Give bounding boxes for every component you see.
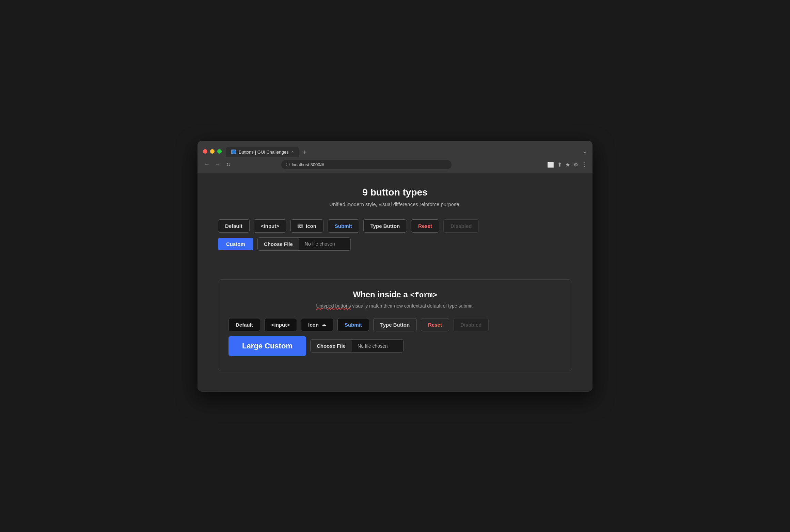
default-button[interactable]: Default — [218, 219, 250, 233]
tab-close-button[interactable]: × — [291, 150, 294, 154]
reset-button[interactable]: Reset — [411, 219, 439, 233]
form-button-row-1: Default <input> Icon ☁ Submit Type Butto… — [228, 318, 562, 331]
form-title-text: When inside a — [353, 290, 410, 299]
submit-button-label: Submit — [335, 223, 352, 229]
tab-title: Buttons | GUI Challenges — [239, 150, 288, 155]
form-choose-file-button[interactable]: Choose File — [311, 340, 352, 352]
envelope-icon — [298, 224, 303, 228]
icon-button[interactable]: Icon — [290, 219, 323, 233]
large-custom-label: Large Custom — [242, 342, 293, 350]
form-input-button[interactable]: <input> — [264, 318, 297, 331]
choose-file-button[interactable]: Choose File — [258, 238, 299, 250]
type-button[interactable]: Type Button — [363, 219, 407, 233]
type-button-label: Type Button — [370, 223, 400, 229]
form-reset-label: Reset — [428, 322, 442, 328]
reload-button[interactable]: ↻ — [225, 160, 232, 169]
button-row-1: Default <input> Icon Submit Type Button — [218, 219, 572, 233]
disabled-button-label: Disabled — [451, 223, 472, 229]
active-tab[interactable]: 🔵 Buttons | GUI Challenges × — [226, 147, 299, 157]
share-icon[interactable]: ⬆ — [557, 161, 562, 168]
form-input-label: <input> — [271, 322, 290, 328]
address-bar: ← → ↻ ⓘ localhost:3000/# ⬜ ⬆ ★ ⚙ ⋮ — [198, 157, 592, 173]
cloud-icon: ☁ — [321, 322, 326, 327]
large-custom-button[interactable]: Large Custom — [228, 336, 306, 356]
back-button[interactable]: ← — [203, 160, 211, 169]
url-text: localhost:3000/# — [292, 162, 324, 167]
form-type-button[interactable]: Type Button — [373, 318, 417, 331]
form-no-file-chosen-text: No file chosen — [352, 340, 403, 352]
form-section: When inside a <form> Untyped buttons vis… — [218, 279, 572, 371]
form-default-button[interactable]: Default — [228, 318, 260, 331]
input-button[interactable]: <input> — [254, 219, 286, 233]
tab-favicon: 🔵 — [231, 150, 236, 154]
address-field[interactable]: ⓘ localhost:3000/# — [281, 160, 452, 169]
form-default-label: Default — [236, 322, 253, 328]
disabled-button: Disabled — [443, 219, 479, 233]
close-button[interactable] — [203, 149, 207, 154]
form-icon-button[interactable]: Icon ☁ — [301, 318, 333, 331]
form-section-subtitle: Untyped buttons visually match their new… — [228, 303, 562, 309]
form-choose-file-label: Choose File — [317, 343, 346, 349]
reset-button-label: Reset — [418, 223, 432, 229]
form-subtitle-post: visually match their new contextual defa… — [351, 303, 474, 309]
extensions-icon[interactable]: ⚙ — [573, 161, 578, 168]
browser-chevron-icon: ⌄ — [583, 148, 587, 154]
form-file-input-wrapper[interactable]: Choose File No file chosen — [310, 339, 404, 353]
form-disabled-button: Disabled — [453, 318, 489, 331]
form-button-row-2: Large Custom Choose File No file chosen — [228, 336, 562, 356]
input-button-label: <input> — [261, 223, 279, 229]
page-main-subtitle: Unified modern style, visual differences… — [218, 201, 572, 207]
browser-window: 🔵 Buttons | GUI Challenges × + ⌄ ← → ↻ ⓘ… — [198, 141, 592, 392]
no-file-chosen-text: No file chosen — [299, 238, 350, 250]
form-submit-label: Submit — [345, 322, 362, 328]
file-input-wrapper[interactable]: Choose File No file chosen — [257, 237, 351, 251]
new-tab-button[interactable]: + — [299, 147, 310, 157]
form-submit-button[interactable]: Submit — [337, 318, 369, 331]
page-main-title: 9 button types — [218, 187, 572, 198]
button-row-2: Custom Choose File No file chosen — [218, 237, 572, 251]
maximize-button[interactable] — [217, 149, 222, 154]
minimize-button[interactable] — [210, 149, 215, 154]
lock-icon: ⓘ — [286, 162, 290, 167]
form-title-code: <form> — [410, 291, 437, 300]
page-content: 9 button types Unified modern style, vis… — [198, 173, 592, 392]
menu-icon[interactable]: ⋮ — [582, 161, 587, 168]
form-subtitle-pre: Untyped buttons — [316, 303, 351, 309]
traffic-lights — [203, 149, 222, 154]
form-icon-label: Icon — [308, 322, 319, 328]
form-section-title: When inside a <form> — [228, 290, 562, 300]
custom-button[interactable]: Custom — [218, 238, 253, 250]
custom-button-label: Custom — [226, 241, 245, 247]
external-link-icon[interactable]: ⬜ — [547, 161, 554, 168]
icon-button-label: Icon — [306, 223, 316, 229]
submit-button[interactable]: Submit — [328, 219, 359, 233]
form-disabled-label: Disabled — [460, 322, 482, 328]
toolbar-icons: ⬜ ⬆ ★ ⚙ ⋮ — [547, 161, 587, 168]
form-type-label: Type Button — [380, 322, 410, 328]
form-reset-button[interactable]: Reset — [421, 318, 449, 331]
title-bar: 🔵 Buttons | GUI Challenges × + ⌄ — [198, 141, 592, 157]
default-button-label: Default — [225, 223, 242, 229]
choose-file-label: Choose File — [264, 241, 293, 247]
bookmark-icon[interactable]: ★ — [565, 161, 570, 168]
tabs-row: 🔵 Buttons | GUI Challenges × + — [226, 147, 310, 157]
forward-button[interactable]: → — [214, 160, 222, 169]
